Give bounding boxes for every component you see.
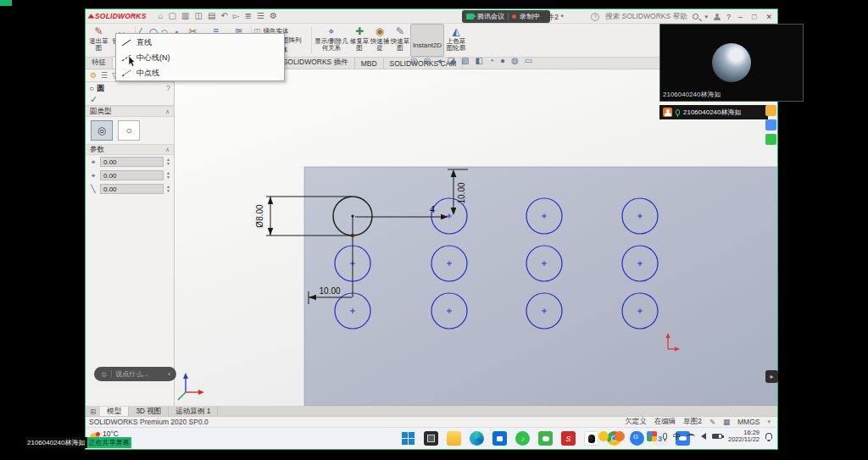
tray-app4-icon[interactable] — [647, 431, 657, 441]
part-face[interactable] — [304, 167, 778, 406]
volume-icon[interactable] — [701, 433, 706, 440]
edge-icon[interactable] — [470, 431, 484, 446]
tab-grid-icon[interactable]: ⊞ — [86, 407, 100, 416]
center-y-field[interactable]: 0.00 — [100, 170, 164, 180]
meeting-floating-bar[interactable]: 腾讯会议 录制中 — [462, 10, 550, 23]
spinner[interactable]: ▲▼ — [166, 171, 170, 180]
menu-item-centerline[interactable]: 中心线(N) — [116, 50, 284, 65]
center-circle-type-button[interactable]: ◎ — [91, 120, 113, 141]
tab-model[interactable]: 模型 — [100, 407, 129, 416]
quick-snap-button[interactable]: ◉ 快速捕捉 — [370, 24, 390, 57]
zoom-area-icon[interactable]: ◎ — [424, 56, 431, 65]
store-icon[interactable] — [492, 431, 507, 446]
tab-mbd[interactable]: MBD — [355, 58, 384, 69]
chat-collapse-icon[interactable]: ‹ — [168, 370, 170, 378]
file-explorer-icon[interactable] — [447, 431, 461, 446]
dim-gap-text[interactable]: 4 — [430, 204, 435, 214]
spinner[interactable]: ▲▼ — [166, 185, 170, 193]
instant2d-toggle[interactable]: Instant2D — [410, 24, 444, 57]
help-menu[interactable]: ? — [726, 13, 731, 21]
microphone-icon[interactable] — [663, 433, 667, 440]
menu-item-midpoint-line[interactable]: 中点线 — [116, 65, 284, 80]
side-chat-icon[interactable] — [765, 134, 776, 145]
solidworks-app-icon[interactable]: S — [561, 431, 576, 446]
save-icon[interactable]: ◫ — [195, 12, 203, 20]
wechat-icon[interactable] — [538, 431, 553, 446]
options-list-icon[interactable]: ☰ — [257, 12, 264, 20]
section-view-icon[interactable]: ◪ — [448, 56, 455, 65]
start-button[interactable] — [401, 431, 415, 446]
section-parameters[interactable]: 参数 ∧ — [86, 144, 174, 155]
meeting-participant-row[interactable]: 2106040240林海如 — [659, 105, 768, 119]
tab-motion-study[interactable]: 运动算例 1 — [169, 407, 218, 416]
undo-icon[interactable]: ↶ — [220, 12, 227, 20]
print-icon[interactable]: ▤ — [208, 12, 215, 20]
notification-bell-icon[interactable] — [765, 433, 772, 440]
dim-diameter-text[interactable]: Ø8.00 — [255, 204, 264, 228]
section-circle-type[interactable]: 圆类型 ∧ — [86, 106, 174, 117]
home-icon[interactable]: ⌂ — [159, 12, 164, 20]
side-share-icon[interactable] — [765, 119, 776, 130]
repair-sketch-button[interactable]: ✚ 修复草图 — [349, 24, 370, 57]
shaded-contours-button[interactable]: ◭ 上色草图轮廓 — [444, 24, 468, 57]
spinner[interactable]: ▲▼ — [166, 158, 170, 166]
pm-ok-button[interactable]: ✓ — [86, 94, 174, 106]
tab-features[interactable]: 特征 — [86, 57, 113, 69]
sheet-icon[interactable]: ▦ — [723, 418, 730, 426]
open-icon[interactable]: ▥ — [181, 12, 189, 20]
search-icon[interactable] — [693, 14, 698, 19]
tray-app2-icon[interactable] — [615, 431, 625, 441]
pm-help-icon[interactable]: ? — [166, 84, 170, 92]
new-doc-icon[interactable]: ▢ — [169, 12, 176, 20]
wifi-icon[interactable] — [687, 434, 695, 439]
pm-tab-tree[interactable]: ☰ — [101, 71, 108, 80]
hide-show-items-icon[interactable]: ◔ — [489, 56, 494, 65]
apply-scene-icon[interactable]: ◍ — [511, 56, 519, 65]
chat-placeholder[interactable]: 说点什么... — [115, 369, 148, 379]
menu-item-line[interactable]: 直线 — [116, 35, 284, 50]
performance-icon[interactable]: ≣ — [245, 12, 252, 20]
meeting-chat-bubble[interactable]: ☺ 说点什么... ‹ — [94, 367, 176, 381]
ime-indicator[interactable]: 中 — [673, 431, 681, 442]
tab-3d-views[interactable]: 3D 视图 — [129, 407, 169, 416]
tab-addins[interactable]: SOLIDWORKS 插件 — [277, 57, 355, 69]
relations-button[interactable]: ⌖ 显示/删除几何关系 — [314, 24, 349, 57]
task-view-icon[interactable] — [424, 431, 438, 446]
meeting-collapse-button[interactable]: ▸ — [765, 370, 778, 383]
side-doc-icon[interactable] — [765, 105, 776, 116]
perimeter-circle-type-button[interactable]: ○ — [118, 120, 140, 141]
music-app-icon[interactable]: ♪ — [515, 431, 530, 446]
pencil-icon[interactable]: ✎ — [709, 418, 715, 426]
login-icon[interactable] — [714, 14, 721, 20]
tray-app1-icon[interactable] — [598, 431, 609, 441]
sketch-viewport[interactable]: 4 10.00 Ø8.00 — [175, 69, 778, 406]
select-icon[interactable]: ▻ — [233, 12, 240, 20]
zoom-fit-icon[interactable]: ◎ — [410, 56, 418, 65]
exit-sketch-button[interactable]: ✎ 退出草图 — [87, 24, 110, 57]
battery-icon[interactable] — [712, 434, 722, 439]
clock[interactable]: 16:29 2022/11/22 — [728, 430, 760, 444]
view-orientation-icon[interactable]: ▧ — [461, 56, 469, 65]
rapid-sketch-button[interactable]: ✎ 快速草图 — [390, 24, 410, 57]
maximize-button[interactable]: □ — [750, 13, 758, 21]
emoji-icon[interactable]: ☺ — [100, 370, 108, 379]
radius-field[interactable]: 0.00 — [100, 184, 164, 194]
display-style-icon[interactable]: ◧ — [475, 56, 482, 65]
units-selector[interactable]: MMGS — [737, 418, 760, 426]
edit-appearance-icon[interactable]: ● — [500, 56, 505, 65]
help-circle-icon[interactable]: ? — [591, 13, 599, 21]
view-settings-icon[interactable]: ▭ — [525, 56, 532, 65]
center-x-field[interactable]: 0.00 — [100, 157, 164, 167]
dim-left-text[interactable]: 10.00 — [319, 286, 340, 296]
units-caret-icon[interactable]: ▾ — [767, 418, 771, 425]
minimize-button[interactable]: – — [737, 13, 744, 21]
meeting-video-tile[interactable]: 2106040240林海如 — [659, 24, 804, 102]
graphics-area[interactable]: 零件2 (... — [175, 69, 778, 406]
tray-chevron-icon[interactable]: ∧ — [587, 433, 593, 441]
tray-app3-icon[interactable]: G — [631, 431, 641, 441]
search-hint[interactable]: 搜索 SOLIDWORKS 帮助 — [605, 12, 687, 22]
close-button[interactable]: ✕ — [764, 13, 774, 21]
search-caret-icon[interactable]: ▾ — [704, 14, 708, 20]
pm-tab-properties[interactable]: ⚙ — [90, 71, 97, 80]
settings-gear-icon[interactable]: ⚙ — [270, 12, 277, 20]
